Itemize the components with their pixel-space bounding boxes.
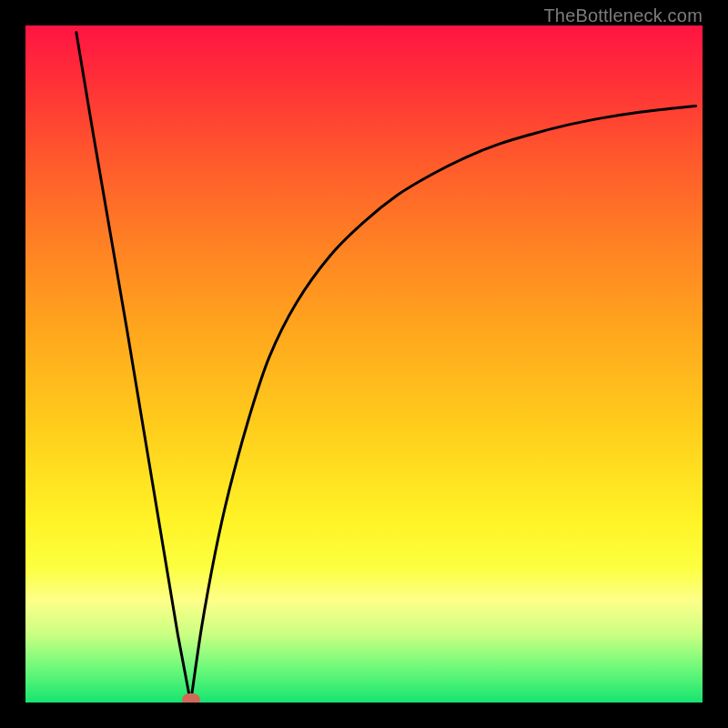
plot-area xyxy=(25,25,703,703)
optimum-marker xyxy=(182,693,200,703)
watermark-text: TheBottleneck.com xyxy=(543,5,703,26)
bottleneck-curve xyxy=(25,25,703,703)
chart-frame: TheBottleneck.com xyxy=(0,0,728,728)
curve-right-branch xyxy=(191,106,696,703)
curve-left-branch xyxy=(76,32,191,703)
